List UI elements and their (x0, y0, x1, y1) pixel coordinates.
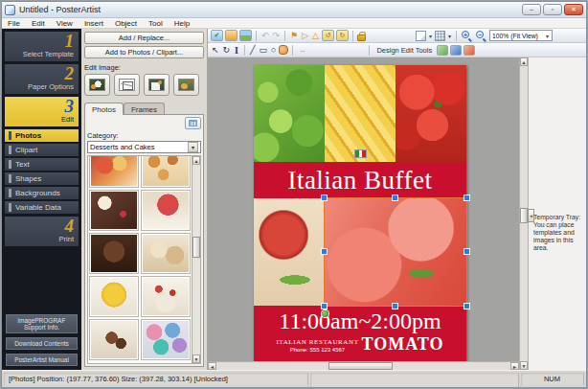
download-contents-button[interactable]: Download Contents (6, 337, 78, 350)
photo-thumbnail[interactable] (141, 319, 191, 360)
scrollbar-thumb[interactable] (520, 208, 528, 223)
selection-handle[interactable] (322, 249, 327, 254)
scroll-down-icon[interactable]: ▼ (192, 355, 200, 363)
scroll-left-icon[interactable]: ◄ (208, 362, 216, 370)
poster-image-pasta[interactable] (325, 65, 396, 162)
add-image-icon[interactable] (225, 30, 237, 41)
photo-thumbnail[interactable] (141, 233, 191, 274)
poster-image-lettuce[interactable] (254, 65, 325, 162)
selection-handle[interactable] (393, 195, 397, 200)
flip-horizontal-icon[interactable]: ▷ (301, 30, 309, 42)
rectangle-tool-icon[interactable]: ▭ (258, 44, 268, 57)
photo-thumbnail[interactable] (89, 319, 139, 360)
close-button[interactable]: × (564, 4, 583, 15)
menu-view[interactable]: View (51, 19, 79, 28)
scroll-up-icon[interactable]: ▲ (520, 57, 528, 66)
add-to-photos-clipart-button[interactable]: Add to Photos / Clipart... (84, 46, 204, 58)
menu-insert[interactable]: Insert (79, 19, 109, 28)
rotate-page-left-icon[interactable]: ↺ (322, 30, 334, 41)
hand-tool-icon[interactable] (279, 45, 288, 55)
design-tool-3-icon[interactable] (464, 45, 475, 56)
maximize-button[interactable]: ▫ (543, 4, 562, 15)
redo-icon[interactable]: ↷ (272, 30, 282, 42)
text-tool-icon[interactable]: I (233, 44, 240, 57)
photo-thumbnail[interactable] (89, 233, 139, 274)
align-icon[interactable]: ⚑ (289, 30, 299, 42)
sidebar-item-photos[interactable]: Photos (5, 129, 79, 142)
ellipse-tool-icon[interactable]: ○ (270, 44, 277, 57)
poster-restaurant-block[interactable]: ITALIAN RESTAURANT Phone: 555 123 4567 T… (254, 334, 466, 354)
photo-thumbnail[interactable] (89, 155, 139, 188)
grid-settings-dropdown-icon[interactable]: ▾ (447, 33, 452, 39)
poster-image-tomatoes[interactable] (396, 65, 466, 162)
photo-thumbnail[interactable] (89, 190, 139, 231)
rotate-page-right-icon[interactable]: ↻ (336, 30, 349, 41)
photo-thumbnail[interactable] (141, 276, 191, 317)
flip-vertical-icon[interactable]: △ (311, 30, 320, 42)
design-tool-2-icon[interactable] (450, 45, 462, 56)
step-select-template[interactable]: 1 Select Template (5, 32, 79, 61)
view-mode-button[interactable] (185, 117, 201, 129)
temporary-tray[interactable]: ◂ Temporary Tray: You can place template… (528, 57, 586, 370)
undo-icon[interactable]: ↶ (260, 30, 270, 42)
photo-thumbnail[interactable] (141, 190, 191, 231)
rotate-handle[interactable] (322, 310, 328, 317)
poster-title-text[interactable]: Italian Buffet (287, 166, 432, 195)
selection-handle[interactable] (393, 304, 397, 309)
step-print[interactable]: 4 Print (5, 217, 79, 246)
menu-object[interactable]: Object (109, 19, 143, 28)
step-paper-options[interactable]: 2 Paper Options (5, 64, 79, 94)
menu-help[interactable]: Help (169, 19, 195, 28)
poster-time-text[interactable]: 11:00am~2:00pm (254, 309, 466, 333)
retouch-button[interactable] (173, 74, 199, 96)
zoom-out-icon[interactable]: − (476, 31, 486, 41)
sidebar-item-clipart[interactable]: Clipart (5, 144, 79, 156)
selection-handle[interactable] (322, 195, 327, 200)
minimize-button[interactable]: – (522, 4, 541, 15)
zoom-level-dropdown[interactable]: 100% (Fit View) ▾ (489, 30, 553, 41)
selection-handle[interactable] (464, 195, 469, 200)
scrollbar-thumb[interactable] (328, 362, 394, 370)
menu-tool[interactable]: Tool (143, 19, 169, 28)
photo-thumbnail[interactable] (89, 276, 139, 317)
scroll-up-icon[interactable]: ▲ (192, 156, 200, 165)
insert-photo-icon[interactable] (239, 30, 252, 41)
frame-button[interactable] (144, 74, 170, 96)
scrollbar-thumb[interactable] (192, 237, 200, 258)
design-canvas[interactable]: Italian Buffet (208, 57, 519, 361)
page-setup-dropdown-icon[interactable]: ▾ (428, 33, 433, 39)
design-tool-1-icon[interactable] (437, 45, 448, 56)
trimming-button[interactable] (114, 74, 140, 96)
resize-tool-icon[interactable]: ↔ (297, 44, 307, 57)
tab-photos[interactable]: Photos (84, 103, 124, 115)
selection-handle[interactable] (322, 304, 327, 309)
posterartist-manual-button[interactable]: PosterArtist Manual (6, 354, 78, 366)
step-edit[interactable]: 3 Edit (5, 97, 79, 126)
lock-icon[interactable] (357, 34, 366, 41)
grid-settings-icon[interactable] (435, 31, 445, 41)
scroll-right-icon[interactable]: ► (510, 362, 519, 370)
menu-edit[interactable]: Edit (26, 19, 51, 28)
photo-thumbnail[interactable] (141, 155, 191, 188)
selection-handle[interactable] (464, 249, 469, 254)
sidebar-item-variable-data[interactable]: Variable Data (5, 201, 79, 214)
italian-flag-icon[interactable] (354, 149, 367, 158)
poster-image-tomato-pea[interactable] (254, 198, 325, 306)
scroll-down-icon[interactable]: ▼ (520, 361, 528, 370)
line-tool-icon[interactable]: ╱ (249, 44, 256, 57)
photo-list-scrollbar[interactable]: ▲ ▼ (192, 155, 201, 364)
selection-handle[interactable] (464, 304, 469, 309)
sidebar-item-backgrounds[interactable]: Backgrounds (5, 187, 79, 199)
category-dropdown[interactable]: Desserts and Cakes ▾ (87, 141, 201, 153)
sidebar-item-shapes[interactable]: Shapes (5, 172, 79, 185)
canvas-vertical-scrollbar[interactable]: ▲ ▼ (519, 57, 528, 370)
select-tool-icon[interactable]: ↖ (211, 44, 220, 57)
auto-design-icon[interactable]: ✔ (211, 30, 223, 41)
menu-file[interactable]: File (2, 19, 26, 28)
canvas-horizontal-scrollbar[interactable]: ◄ ► (208, 361, 519, 370)
rotate-tool-icon[interactable]: ↻ (222, 44, 232, 57)
poster-image-salad-selected[interactable] (325, 198, 466, 306)
sidebar-item-text[interactable]: Text (5, 158, 79, 171)
imageprograf-support-button[interactable]: imagePROGRAF Support Info. (6, 314, 78, 333)
add-replace-button[interactable]: Add / Replace... (84, 32, 204, 44)
